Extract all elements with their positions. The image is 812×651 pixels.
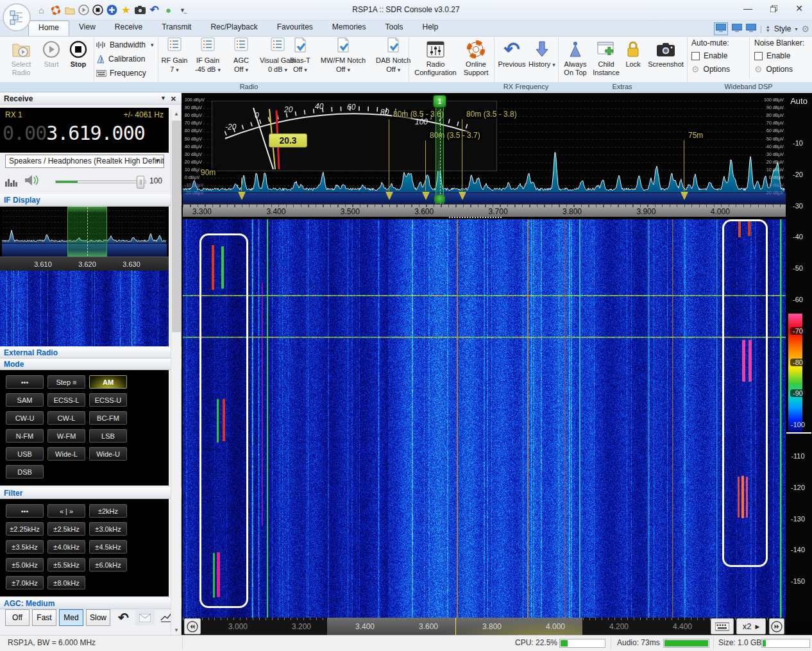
child-instance-button[interactable]: Child Instance	[590, 37, 622, 77]
mode-button[interactable]: •••	[6, 375, 44, 389]
mode-button[interactable]: W-FM	[47, 429, 85, 443]
notch-dropdown-button[interactable]: Bias-T Off	[285, 37, 316, 74]
mode-button[interactable]: BC-FM	[89, 411, 127, 425]
style-spinner-icon[interactable]: ▲▼	[766, 25, 770, 32]
ribbon-tab[interactable]: Help	[413, 21, 448, 36]
main-waterfall[interactable]	[183, 219, 786, 618]
agc-button[interactable]: Fast	[32, 609, 56, 626]
frequency-display[interactable]: RX 1 +/- 4061 Hz 0.003.619.000	[0, 108, 169, 153]
filter-button[interactable]: ±6.0kHz	[89, 558, 127, 571]
filter-button[interactable]: ±4.0kHz	[47, 540, 85, 554]
settings-gear-icon[interactable]: ⚙	[801, 24, 809, 34]
mode-button[interactable]: ECSS-U	[89, 393, 127, 407]
ribbon-tab[interactable]: Memories	[323, 21, 376, 36]
style-caret-icon[interactable]: ▾	[795, 26, 797, 32]
volume-handle[interactable]	[137, 176, 144, 189]
if-frequency-scale[interactable]: 3.6103.6203.630	[0, 257, 169, 271]
notch-dropdown-button[interactable]: MW/FM Notch Off	[316, 37, 371, 74]
ribbon-tab[interactable]: Favourites	[267, 21, 323, 36]
panel-close-icon[interactable]: ✕	[171, 95, 176, 103]
scrollbar-thumb[interactable]	[172, 121, 181, 332]
noise-blanker-options[interactable]: ⚙Options	[754, 64, 809, 74]
mode-button[interactable]: SAM	[6, 393, 44, 407]
agc-button[interactable]: Med	[59, 609, 83, 626]
gain-dropdown-button[interactable]: AGC Off	[224, 37, 258, 74]
tuning-marker-bar[interactable]	[436, 96, 444, 204]
app-menu-button[interactable]	[3, 3, 31, 31]
keyboard-entry-button[interactable]	[711, 618, 734, 634]
ribbon-tab[interactable]: Receive	[105, 21, 152, 36]
if-filter-band[interactable]	[67, 207, 107, 257]
mode-button[interactable]: ECSS-L	[47, 393, 85, 407]
always-on-top-button[interactable]: Always On Top	[561, 37, 590, 77]
spectrum-frequency-scale[interactable]: 3.3003.4003.5003.6003.7003.8003.9004.000	[183, 204, 786, 217]
receive-header[interactable]: Receive▼✕	[0, 93, 182, 105]
auto-mute-options[interactable]: ⚙Options	[691, 64, 748, 74]
layout-monitor-3-icon[interactable]	[746, 24, 756, 34]
volume-slider[interactable]	[55, 180, 146, 183]
agc-header[interactable]: AGC: Medium▲	[0, 598, 182, 609]
noise-blanker-enable[interactable]: Enable	[754, 51, 809, 60]
filter-button[interactable]: ±5.5kHz	[47, 558, 85, 571]
filter-button[interactable]: ±2.5kHz	[47, 522, 85, 536]
tuning-marker-handle[interactable]: 1	[433, 95, 446, 108]
scroll-down-icon[interactable]: ▼	[171, 625, 182, 635]
bandwidth-button[interactable]: Bandwidth	[96, 38, 154, 51]
mode-button[interactable]: Wide-L	[47, 447, 85, 461]
style-label[interactable]: Style	[774, 24, 791, 33]
zoom-button[interactable]: x2▶	[736, 618, 766, 634]
select-radio-button[interactable]: Select Radio	[5, 37, 37, 77]
speaker-icon[interactable]	[24, 174, 40, 189]
stop-button[interactable]: Stop	[65, 37, 91, 69]
ribbon-tab[interactable]: Transmit	[152, 21, 201, 36]
scroll-right-button[interactable]	[769, 618, 784, 634]
scroll-left-button[interactable]	[184, 618, 201, 634]
ribbon-tab[interactable]: Home	[28, 21, 69, 36]
ribbon-tab[interactable]: Rec/Playback	[201, 21, 267, 36]
frequency-scrollbar[interactable]: 3.0003.2003.4003.6003.8004.0004.2004.400	[183, 618, 786, 635]
if-display-header[interactable]: IF Display▲	[0, 194, 182, 206]
frequency-readout[interactable]: 0.003.619.000	[3, 122, 166, 144]
auto-mute-enable[interactable]: Enable	[691, 51, 748, 60]
agc-button[interactable]: Off	[5, 609, 30, 626]
previous-button[interactable]: ↶ Previous	[496, 37, 527, 69]
layout-monitor-2-icon[interactable]	[732, 24, 742, 34]
filter-button[interactable]: « | »	[47, 504, 85, 518]
frequency-button[interactable]: Frequency	[96, 67, 146, 80]
ribbon-tab[interactable]: View	[69, 21, 105, 36]
online-support-button[interactable]: Online Support	[459, 37, 493, 77]
collapse-icon[interactable]: ▼	[160, 95, 166, 101]
layout-monitor-1-icon[interactable]	[714, 22, 728, 35]
ribbon-tab[interactable]: Tools	[376, 21, 413, 36]
equalizer-icon[interactable]	[5, 175, 19, 189]
mode-button[interactable]: CW-L	[47, 411, 85, 425]
filter-button[interactable]: ±4.5kHz	[89, 540, 127, 554]
close-button[interactable]: ✕	[786, 0, 812, 17]
mode-button[interactable]: AM	[89, 375, 127, 389]
filter-button[interactable]: ±3.0kHz	[89, 522, 127, 536]
gain-dropdown-button[interactable]: RF Gain 7	[158, 37, 191, 74]
filter-button[interactable]: ±5.0kHz	[6, 558, 44, 571]
audio-device-select[interactable]: Speakers / Headphones (Realtek High Defi…	[5, 155, 164, 168]
mode-button[interactable]: LSB	[89, 429, 127, 443]
radio-configuration-button[interactable]: Radio Configuration	[412, 37, 459, 77]
filter-button[interactable]: ±8.0kHz	[47, 576, 85, 589]
start-button[interactable]: Start	[38, 37, 64, 69]
agc-envelope-icon[interactable]	[135, 610, 155, 625]
mode-button[interactable]: N-FM	[6, 429, 44, 443]
history-button[interactable]: History	[527, 37, 557, 69]
screenshot-button[interactable]: Screenshot	[645, 37, 686, 69]
minimize-button[interactable]: —	[735, 0, 761, 17]
mode-button[interactable]: Step ≡	[47, 375, 85, 389]
calibration-button[interactable]: Calibration	[96, 53, 145, 65]
scroll-up-icon[interactable]: ▲	[171, 109, 182, 119]
mode-button[interactable]: DSB	[6, 465, 44, 478]
lock-button[interactable]: Lock	[622, 37, 644, 69]
if-waterfall[interactable]	[0, 271, 169, 346]
filter-header[interactable]: Filter▲	[0, 487, 182, 499]
auto-mute-checkbox[interactable]	[691, 52, 700, 60]
filter-button[interactable]: ±2.25kHz	[6, 522, 44, 536]
mode-button[interactable]: CW-U	[6, 411, 44, 425]
mode-header[interactable]: Mode▲	[0, 359, 182, 370]
restore-button[interactable]	[761, 0, 786, 17]
